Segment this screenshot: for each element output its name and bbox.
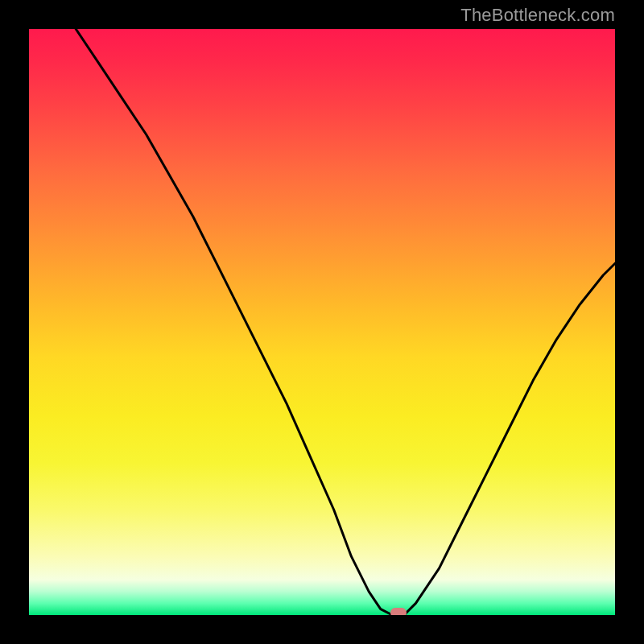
plot-area bbox=[29, 29, 615, 615]
optimal-marker bbox=[390, 608, 407, 615]
chart-frame: TheBottleneck.com bbox=[0, 0, 644, 644]
bottleneck-curve bbox=[29, 29, 615, 615]
watermark-text: TheBottleneck.com bbox=[460, 5, 615, 26]
